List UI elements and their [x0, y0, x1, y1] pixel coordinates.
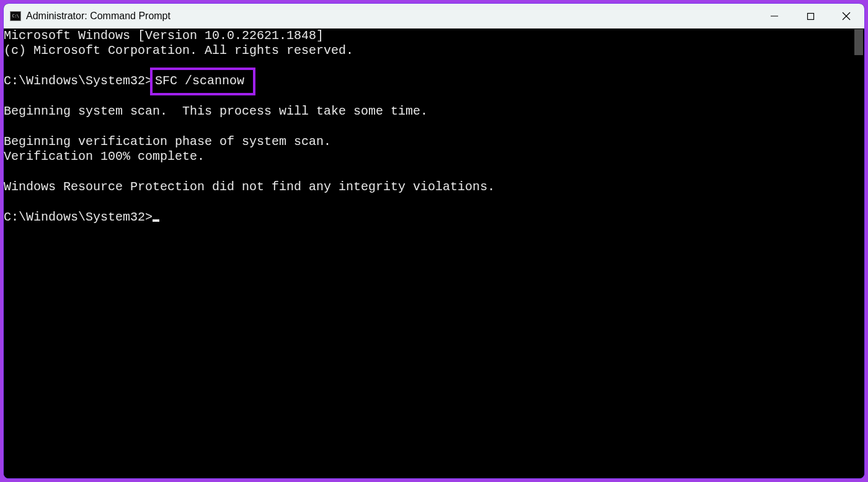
terminal-output[interactable]: Microsoft Windows [Version 10.0.22621.18…: [4, 28, 853, 478]
prompt-line-1: C:\Windows\System32>SFC /scannow: [4, 74, 853, 89]
result-line: Windows Resource Protection did not find…: [4, 180, 853, 195]
prompt-path-1: C:\Windows\System32>: [4, 74, 153, 88]
prompt-path-2: C:\Windows\System32>: [4, 210, 153, 224]
maximize-button[interactable]: [792, 4, 828, 28]
minimize-button[interactable]: [756, 4, 792, 28]
version-line: Microsoft Windows [Version 10.0.22621.18…: [4, 28, 853, 43]
cmd-icon: C:\: [10, 11, 21, 21]
blank-line: [4, 119, 853, 134]
svg-rect-1: [807, 13, 813, 19]
verify-complete-line: Verification 100% complete.: [4, 149, 853, 164]
prompt-line-2: C:\Windows\System32>: [4, 210, 853, 225]
command-text: SFC /scannow: [155, 74, 244, 88]
minimize-icon: [770, 12, 779, 20]
cursor: [153, 219, 159, 222]
close-button[interactable]: [828, 4, 864, 28]
copyright-line: (c) Microsoft Corporation. All rights re…: [4, 43, 853, 58]
scan-begin-line: Beginning system scan. This process will…: [4, 104, 853, 119]
command-prompt-window: C:\ Administrator: Command Prompt Micros…: [4, 4, 864, 478]
blank-line: [4, 195, 853, 209]
blank-line: [4, 165, 853, 180]
blank-line: [4, 89, 853, 104]
terminal-area: Microsoft Windows [Version 10.0.22621.18…: [4, 28, 864, 478]
verify-begin-line: Beginning verification phase of system s…: [4, 134, 853, 149]
command-highlight: SFC /scannow: [150, 68, 255, 95]
titlebar[interactable]: C:\ Administrator: Command Prompt: [4, 4, 864, 28]
window-controls: [756, 4, 864, 28]
blank-line: [4, 59, 853, 74]
maximize-icon: [807, 12, 815, 20]
close-icon: [842, 12, 851, 20]
window-title: Administrator: Command Prompt: [26, 11, 756, 22]
scrollbar-track[interactable]: [853, 28, 864, 478]
scrollbar-thumb[interactable]: [854, 29, 863, 55]
